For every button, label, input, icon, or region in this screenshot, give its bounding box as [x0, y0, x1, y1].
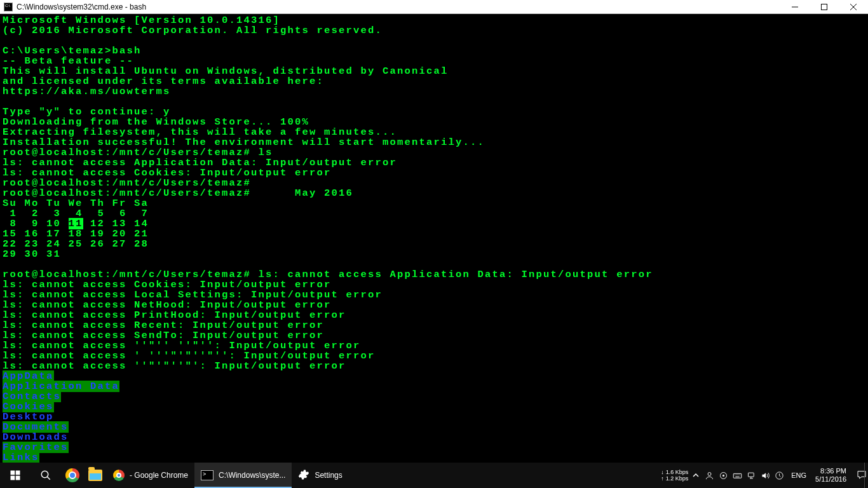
maximize-button[interactable] [810, 0, 839, 14]
net-up: 1.2 Kbps [666, 475, 689, 482]
svg-point-5 [41, 471, 48, 478]
svg-rect-4 [16, 476, 20, 480]
taskbar-pinned-explorer[interactable] [84, 463, 107, 488]
taskbar-clock[interactable]: 8:36 PM 5/11/2016 [810, 467, 851, 484]
cmd-icon [4, 3, 13, 11]
action-center-button[interactable] [851, 470, 864, 482]
network-speed-indicator[interactable]: ↓1.6 Kbps ↑1.2 Kbps [661, 469, 688, 482]
people-icon[interactable] [703, 470, 715, 481]
svg-rect-3 [11, 476, 15, 480]
network-icon[interactable] [745, 470, 757, 481]
chrome-icon [113, 470, 125, 481]
task-label: C:\Windows\syste... [219, 471, 285, 480]
taskbar: - Google Chrome C:\Windows\syste... Sett… [0, 463, 868, 488]
terminal-output[interactable]: Microsoft Windows [Version 10.0.14316] (… [0, 14, 868, 463]
tray-overflow-button[interactable] [691, 463, 701, 488]
window-title: C:\Windows\system32\cmd.exe - bash [17, 3, 146, 11]
show-desktop-button[interactable] [864, 463, 868, 488]
task-label: - Google Chrome [130, 471, 188, 480]
close-button[interactable] [839, 0, 868, 14]
task-cmd[interactable]: C:\Windows\syste... [194, 463, 292, 488]
language-indicator[interactable]: ENG [787, 471, 810, 479]
clock-date: 5/11/2016 [815, 475, 846, 484]
net-down: 1.6 Kbps [666, 469, 689, 475]
start-button[interactable] [0, 463, 31, 488]
task-google-chrome[interactable]: - Google Chrome [107, 463, 194, 488]
taskbar-pinned-chrome[interactable] [61, 463, 84, 488]
svg-rect-10 [748, 473, 754, 477]
clock-time: 8:36 PM [820, 467, 846, 475]
svg-rect-1 [11, 471, 15, 475]
svg-rect-2 [16, 471, 20, 475]
volume-icon[interactable] [759, 470, 771, 481]
svg-rect-0 [822, 4, 827, 10]
location-icon[interactable] [717, 470, 729, 481]
gear-icon [298, 469, 309, 482]
keyboard-icon[interactable] [731, 470, 743, 481]
clock-tray-icon[interactable] [773, 470, 785, 481]
svg-point-6 [708, 472, 711, 475]
svg-point-8 [722, 475, 724, 477]
search-button[interactable] [31, 463, 61, 488]
svg-rect-9 [733, 473, 742, 478]
file-explorer-icon [88, 470, 102, 481]
cmd-icon [201, 470, 214, 480]
task-settings[interactable]: Settings [292, 463, 348, 488]
task-label: Settings [315, 471, 342, 480]
chrome-icon [65, 468, 79, 482]
window-title-bar: C:\Windows\system32\cmd.exe - bash [0, 0, 868, 14]
minimize-button[interactable] [780, 0, 810, 14]
